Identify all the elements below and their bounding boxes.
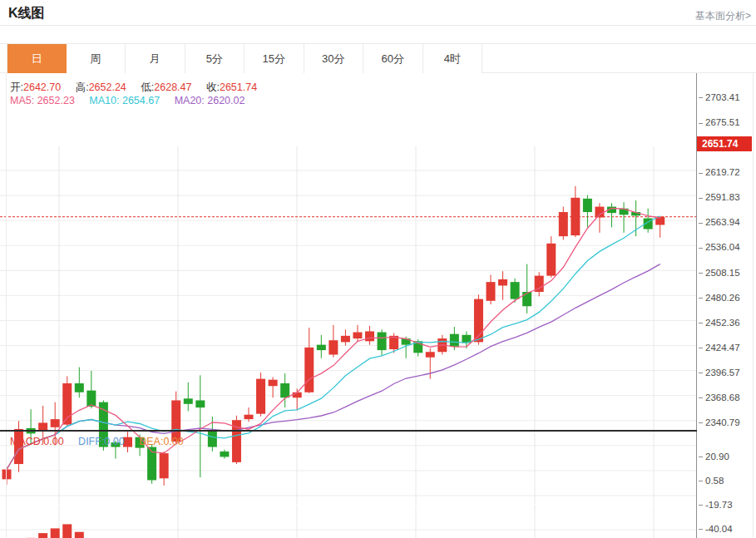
close-label: 收:	[206, 81, 220, 93]
ma-info-row: MA5: 2652.23 MA10: 2654.67 MA20: 2620.02	[10, 95, 256, 106]
ma20-value: 2620.02	[207, 95, 245, 106]
macd-tick-label: -19.73	[699, 499, 754, 511]
high-label: 高:	[76, 81, 89, 93]
tab-day[interactable]: 日	[7, 44, 67, 73]
low-label: 低:	[141, 81, 154, 93]
tab-60min[interactable]: 60分	[363, 44, 423, 73]
macd-tick-label: -40.04	[699, 523, 754, 535]
chart-left-border	[6, 73, 7, 538]
macd-tick-label: 20.90	[699, 451, 754, 462]
price-tick-label: 2396.57	[699, 367, 754, 378]
chart-region	[0, 73, 756, 538]
ma5-value: 2652.23	[37, 95, 75, 106]
interval-tabbar: 日周月5分15分30分60分4时	[0, 43, 756, 73]
macd-label: MACD:	[10, 436, 43, 447]
open-label: 开:	[10, 81, 23, 93]
price-tick-label: 2508.15	[699, 267, 754, 279]
tab-15min[interactable]: 15分	[245, 44, 304, 73]
price-tick-label: 2480.26	[699, 292, 754, 304]
macd-info-row: MACD:0.00 DIFF:0.00 DEA:0.00	[10, 436, 195, 447]
tab-month[interactable]: 月	[126, 44, 185, 73]
macd-tick-label: 0.58	[699, 475, 754, 486]
price-tick-label: 2368.68	[699, 392, 754, 403]
price-tick-label: 2675.51	[699, 116, 754, 128]
tab-4hour[interactable]: 4时	[423, 44, 483, 73]
low-value: 2628.47	[154, 81, 191, 93]
tab-week[interactable]: 周	[67, 44, 126, 73]
macd-chart[interactable]	[0, 505, 697, 538]
panel-divider	[0, 430, 697, 432]
price-tick-label: 2591.83	[699, 191, 754, 203]
price-tick-label: 2563.94	[699, 216, 754, 228]
dea-label: DEA:	[139, 436, 163, 447]
fundamental-analysis-link[interactable]: 基本面分析>	[695, 9, 751, 23]
price-tick-label: 2452.36	[699, 317, 754, 328]
header-divider	[0, 25, 756, 26]
high-value: 2652.24	[89, 81, 126, 93]
diff-label: DIFF:	[78, 436, 104, 447]
ma10-value: 2654.67	[122, 95, 160, 106]
open-value: 2642.70	[23, 81, 61, 93]
tab-5min[interactable]: 5分	[185, 44, 245, 73]
price-tick-label: 2536.04	[699, 241, 754, 253]
price-tick-label: 2424.47	[699, 342, 754, 353]
price-tick-label: 2703.41	[699, 91, 754, 103]
ohlc-info-row: 开:2642.70 高:2652.24 低:2628.47 收:2651.74	[10, 81, 269, 95]
kline-page: K线图 基本面分析> 日周月5分15分30分60分4时 开:2642.70 高:…	[0, 0, 756, 538]
close-value: 2651.74	[220, 81, 257, 93]
ma20-label: MA20:	[175, 95, 205, 106]
ma10-label: MA10:	[89, 95, 119, 106]
last-price-badge: 2651.74	[697, 136, 752, 151]
dea-value: 0.00	[163, 436, 183, 447]
price-tick-label: 2340.79	[699, 417, 754, 428]
candlestick-chart[interactable]	[0, 146, 697, 504]
macd-histogram	[2, 524, 665, 538]
price-tick-label: 2619.72	[699, 166, 754, 178]
tab-30min[interactable]: 30分	[304, 44, 364, 73]
macd-value: 0.00	[43, 436, 63, 447]
diff-value: 0.00	[104, 436, 124, 447]
ma5-label: MA5:	[10, 95, 34, 106]
page-title: K线图	[8, 5, 45, 22]
